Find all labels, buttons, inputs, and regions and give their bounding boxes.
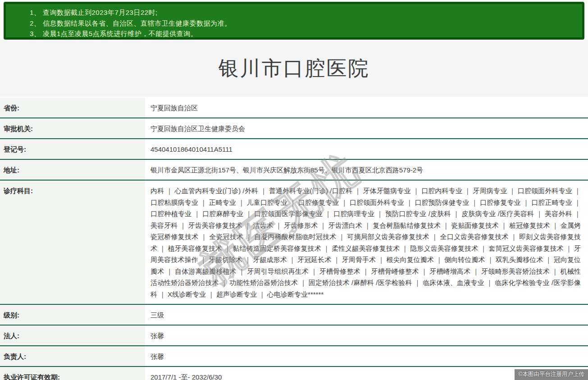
table-row-address: 地址: 银川市金凤区正源北街157号、银川市兴庆区解放东街85号、银川市西夏区北… xyxy=(0,160,588,181)
table-row-license-validity: 执业许可证有效期: 2017/7/1 -至- 2032/6/30 xyxy=(0,367,588,380)
notice-line-3: 3、 凌晨1点至凌晨5点系统进行维护，不能提供查询。 xyxy=(30,28,578,39)
table-row-legal-person: 法人: 张馨 xyxy=(0,326,588,346)
hospital-info-table: 省份: 宁夏回族自治区 审批机关: 宁夏回族自治区卫生健康委员会 登记号: 45… xyxy=(0,98,588,380)
table-row-level: 级别: 三级 xyxy=(0,305,588,326)
notice-banner: 1、 查询数据截止到2023年7月23日22时; 2、 信息数据结果以各省、自治… xyxy=(4,2,584,40)
field-value-person-in-charge: 张馨 xyxy=(145,346,588,366)
upload-attribution-badge: ©本图由平台注册用户上传 xyxy=(515,369,588,380)
notice-line-1: 1、 查询数据截止到2023年7月23日22时; xyxy=(30,7,578,18)
field-value-registration-number: 45404101864010411A5111 xyxy=(145,139,588,159)
field-value-address: 银川市金凤区正源北街157号、银川市兴庆区解放东街85号、银川市西夏区北京西路5… xyxy=(145,160,588,180)
table-row-registration-number: 登记号: 45404101864010411A5111 xyxy=(0,139,588,160)
field-value-legal-person: 张馨 xyxy=(145,326,588,345)
field-value-level: 三级 xyxy=(145,305,588,325)
field-label-address: 地址: xyxy=(0,160,145,180)
field-label-level: 级别: xyxy=(0,305,145,325)
table-row-approval-authority: 审批机关: 宁夏回族自治区卫生健康委员会 xyxy=(0,118,588,139)
field-value-medical-subjects: 内科 ｜ 心血管内科专业(门诊) /外科 ｜ 普通外科专业(门诊) /口腔科 ｜… xyxy=(145,181,588,304)
field-label-registration-number: 登记号: xyxy=(0,139,145,159)
field-value-province: 宁夏回族自治区 xyxy=(145,98,588,118)
field-label-province: 省份: xyxy=(0,98,145,118)
notice-line-2: 2、 信息数据结果以各省、自治区、直辖市卫生健康委数据为准。 xyxy=(30,18,578,29)
field-label-person-in-charge: 负责人: xyxy=(0,346,145,366)
page-header: 银川市口腔医院 xyxy=(0,40,588,97)
table-row-medical-subjects: 诊疗科目: 内科 ｜ 心血管内科专业(门诊) /外科 ｜ 普通外科专业(门诊) … xyxy=(0,181,588,305)
hospital-name-title: 银川市口腔医院 xyxy=(219,55,370,82)
field-label-medical-subjects: 诊疗科目: xyxy=(0,181,145,304)
field-label-approval-authority: 审批机关: xyxy=(0,118,145,138)
field-label-legal-person: 法人: xyxy=(0,326,145,345)
field-value-approval-authority: 宁夏回族自治区卫生健康委员会 xyxy=(145,118,588,138)
table-row-province: 省份: 宁夏回族自治区 xyxy=(0,98,588,118)
field-label-license-validity: 执业许可证有效期: xyxy=(0,367,145,380)
table-row-person-in-charge: 负责人: 张馨 xyxy=(0,346,588,367)
